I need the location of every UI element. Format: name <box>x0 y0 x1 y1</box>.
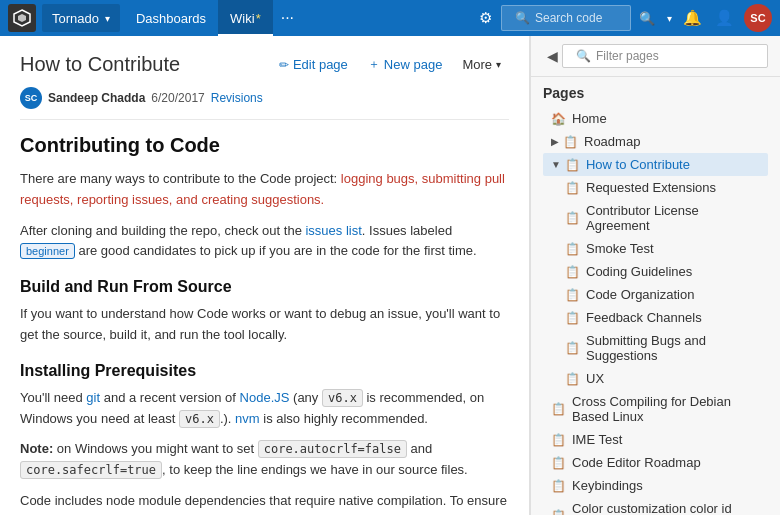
ux-page-icon: 📋 <box>565 372 580 386</box>
contribute-chevron-icon: ▼ <box>551 159 561 170</box>
author-date: 6/20/2017 <box>151 91 204 105</box>
nodejs-link[interactable]: Node.JS <box>240 390 290 405</box>
feedback-page-icon: 📋 <box>565 311 580 325</box>
sidebar-item-cross-compiling[interactable]: 📋 Cross Compiling for Debian Based Linux <box>543 390 768 428</box>
nav-tabs: Dashboards Wiki* ··· <box>124 0 302 36</box>
keybindings-page-icon: 📋 <box>551 479 566 493</box>
autocrlf-code: core.autocrlf=false <box>258 440 407 458</box>
sidebar-item-code-organization[interactable]: 📋 Code Organization <box>543 283 768 306</box>
sidebar-item-label: Code Editor Roadmap <box>572 455 701 470</box>
pages-section: Pages 🏠 Home ▶ 📋 Roadmap ▼ 📋 How to Cont… <box>531 77 780 515</box>
sidebar-item-roadmap[interactable]: ▶ 📋 Roadmap <box>543 130 768 153</box>
git-link[interactable]: git <box>86 390 100 405</box>
wiki-modified-indicator: * <box>256 11 261 26</box>
sidebar-item-ux[interactable]: 📋 UX <box>543 367 768 390</box>
search-icon: 🔍 <box>515 11 530 25</box>
filter-pages-input[interactable]: 🔍 Filter pages <box>562 44 768 68</box>
code-org-page-icon: 📋 <box>565 288 580 302</box>
sidebar-item-keybindings[interactable]: 📋 Keybindings <box>543 474 768 497</box>
sidebar-item-label: IME Test <box>572 432 622 447</box>
article-content: Contributing to Code There are many ways… <box>20 134 509 515</box>
avatar[interactable]: SC <box>744 4 772 32</box>
search-chevron-icon[interactable]: ▾ <box>663 13 676 24</box>
prereq-para: You'll need git and a recent version of … <box>20 388 509 430</box>
new-page-button[interactable]: ＋ New page <box>360 52 451 77</box>
notifications-button[interactable]: 🔔 <box>676 2 708 34</box>
app-logo[interactable] <box>8 4 36 32</box>
filter-placeholder: Filter pages <box>596 49 659 63</box>
more-button[interactable]: More ▾ <box>454 53 509 76</box>
v6x-code: v6.x <box>322 389 363 407</box>
tab-wiki[interactable]: Wiki* <box>218 0 273 36</box>
roadmap-chevron-icon: ▶ <box>551 136 559 147</box>
author-avatar: SC <box>20 87 42 109</box>
sidebar-item-label: Roadmap <box>584 134 640 149</box>
sidebar-item-label: Contributor License Agreement <box>586 203 760 233</box>
page-actions: ✏ Edit page ＋ New page More ▾ <box>271 52 509 77</box>
issues-list-link[interactable]: issues list <box>305 223 361 238</box>
sidebar-item-feedback-channels[interactable]: 📋 Feedback Channels <box>543 306 768 329</box>
article-main-heading: Contributing to Code <box>20 134 509 157</box>
project-chevron-icon: ▾ <box>105 13 110 24</box>
sidebar-header: ◀ 🔍 Filter pages <box>531 36 780 77</box>
req-ext-page-icon: 📋 <box>565 181 580 195</box>
sidebar-item-label: Feedback Channels <box>586 310 702 325</box>
nvm-link[interactable]: nvm <box>235 411 260 426</box>
intro-static: There are many ways to contribute to the… <box>20 171 341 186</box>
user-profile-button[interactable]: 👤 <box>708 2 740 34</box>
sidebar-item-label: Cross Compiling for Debian Based Linux <box>572 394 760 424</box>
search-expand-button[interactable]: 🔍 <box>631 2 663 34</box>
sidebar-item-code-editor-roadmap[interactable]: 📋 Code Editor Roadmap <box>543 451 768 474</box>
sidebar-item-smoke-test[interactable]: 📋 Smoke Test <box>543 237 768 260</box>
sidebar-item-submitting-bugs[interactable]: 📋 Submitting Bugs and Suggestions <box>543 329 768 367</box>
sidebar-item-label: Submitting Bugs and Suggestions <box>586 333 760 363</box>
author-line: SC Sandeep Chadda 6/20/2017 Revisions <box>20 87 509 120</box>
contrib-lic-page-icon: 📋 <box>565 211 580 225</box>
sidebar-item-label: Keybindings <box>572 478 643 493</box>
edit-icon: ✏ <box>279 58 289 72</box>
sidebar-item-how-to-contribute[interactable]: ▼ 📋 How to Contribute <box>543 153 768 176</box>
sidebar-collapse-button[interactable]: ◀ <box>543 46 562 66</box>
author-name: Sandeep Chadda <box>48 91 145 105</box>
sidebar-item-coding-guidelines[interactable]: 📋 Coding Guidelines <box>543 260 768 283</box>
sidebar-item-label: UX <box>586 371 604 386</box>
submitting-page-icon: 📋 <box>565 341 580 355</box>
pages-title: Pages <box>543 85 768 101</box>
sidebar-item-label: Color customization color id changes <box>572 501 760 515</box>
search-code-box[interactable]: 🔍 Search code <box>501 5 631 31</box>
color-custom-page-icon: 📋 <box>551 509 566 515</box>
settings-button[interactable]: ⚙ <box>469 2 501 34</box>
smoke-test-page-icon: 📋 <box>565 242 580 256</box>
sidebar-item-color-customization[interactable]: 📋 Color customization color id changes <box>543 497 768 515</box>
cross-compile-page-icon: 📋 <box>551 402 566 416</box>
sidebar-item-label: Home <box>572 111 607 126</box>
project-name: Tornado <box>52 11 99 26</box>
sidebar-item-requested-extensions[interactable]: 📋 Requested Extensions <box>543 176 768 199</box>
top-nav: Tornado ▾ Dashboards Wiki* ··· ⚙ 🔍 Searc… <box>0 0 780 36</box>
sidebar-item-home[interactable]: 🏠 Home <box>543 107 768 130</box>
more-nav-button[interactable]: ··· <box>273 9 302 27</box>
safecrlf-code: core.safecrlf=true <box>20 461 162 479</box>
revisions-link[interactable]: Revisions <box>211 91 263 105</box>
more-chevron-icon: ▾ <box>496 59 501 70</box>
home-icon: 🏠 <box>551 112 566 126</box>
roadmap-page-icon: 📋 <box>563 135 578 149</box>
sidebar-item-contributor-license[interactable]: 📋 Contributor License Agreement <box>543 199 768 237</box>
note-para: Note: on Windows you might want to set c… <box>20 439 509 481</box>
contribute-page-icon: 📋 <box>565 158 580 172</box>
project-selector[interactable]: Tornado ▾ <box>42 4 120 32</box>
sidebar: ◀ 🔍 Filter pages Pages 🏠 Home ▶ 📋 Roadma… <box>530 36 780 515</box>
final-para: Code includes node module dependencies t… <box>20 491 509 515</box>
note-label: Note: <box>20 441 53 456</box>
svg-marker-1 <box>18 14 26 22</box>
build-para: If you want to understand how Code works… <box>20 304 509 346</box>
page-header: How to Contribute ✏ Edit page ＋ New page… <box>20 52 509 77</box>
page-title: How to Contribute <box>20 53 180 76</box>
sidebar-item-label: Smoke Test <box>586 241 654 256</box>
sidebar-item-ime-test[interactable]: 📋 IME Test <box>543 428 768 451</box>
tab-dashboards[interactable]: Dashboards <box>124 0 218 36</box>
coding-guidelines-page-icon: 📋 <box>565 265 580 279</box>
filter-search-icon: 🔍 <box>576 49 591 63</box>
edit-page-button[interactable]: ✏ Edit page <box>271 53 356 76</box>
prereq-heading: Installing Prerequisites <box>20 362 509 380</box>
